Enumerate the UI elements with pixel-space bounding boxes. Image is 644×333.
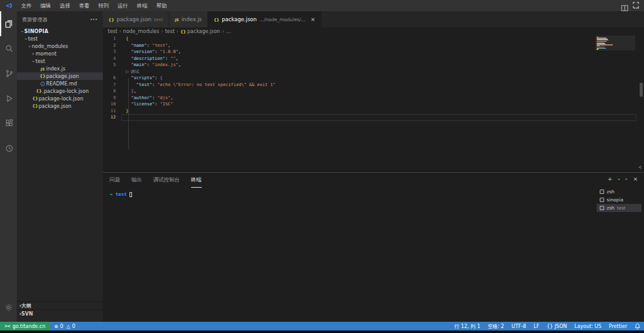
maximize-panel-icon[interactable]: ›	[623, 178, 629, 180]
split-editor-icon[interactable]	[621, 4, 628, 12]
tree-item-node-modules[interactable]: ›node_modules	[17, 42, 103, 50]
breadcrumb-item[interactable]: test	[108, 29, 117, 34]
breadcrumb-item[interactable]: test	[165, 29, 174, 34]
codelens-row[interactable]: ▷ 调试	[103, 69, 644, 75]
breadcrumb-item[interactable]: {}package.json	[180, 29, 220, 34]
tree-item-label: index.js	[46, 66, 65, 72]
menu-item-1[interactable]: 文件	[17, 0, 36, 11]
remote-indicator[interactable]: >< go.titande.cn	[0, 322, 50, 331]
status-item-3[interactable]: UTF-8	[511, 324, 526, 329]
status-item-7[interactable]: Prettier	[609, 324, 627, 329]
breadcrumb-separator: ›	[222, 29, 224, 34]
terminal-instance-zsh[interactable]: ›zsh	[597, 188, 642, 196]
sidebar-header: 资源管理器 ···	[17, 11, 103, 27]
code-line[interactable]: 11}	[103, 108, 644, 115]
tree-item-moment[interactable]: ›moment	[17, 50, 103, 57]
menu-item-4[interactable]: 查看	[75, 0, 94, 11]
menu-item-7[interactable]: 终端	[133, 0, 152, 11]
code-line[interactable]: 12	[103, 114, 644, 121]
tab-package-json-1[interactable]: {}package.jsontest	[103, 11, 169, 27]
code-line[interactable]: 9 "author": "djs",	[103, 95, 644, 102]
activity-item-remote-run[interactable]	[0, 136, 17, 161]
tree-item-index-js[interactable]: JSindex.js	[17, 65, 103, 72]
tree-item-test[interactable]: ›test	[17, 35, 103, 42]
token-key: "name"	[131, 43, 146, 48]
panel-tab-输出[interactable]: 输出	[131, 173, 142, 188]
status-item-1[interactable]: 行 12, 列 1	[455, 323, 480, 330]
file-tree: ›SINOPIA›test›node_modules›moment›testJS…	[17, 27, 103, 110]
chevron-left-icon[interactable]: <	[638, 165, 642, 171]
tree-item-sinopia[interactable]: ›SINOPIA	[17, 27, 103, 35]
status-item-2[interactable]: 空格: 2	[488, 323, 504, 330]
code-editor[interactable]: < 1{2 "name": "test",3 "version": "1.0.0…	[103, 36, 644, 172]
code-line[interactable]: 4 "description": "",	[103, 56, 644, 62]
code-line[interactable]: 8 },	[103, 88, 644, 95]
codelens-debug-link[interactable]: ▷ 调试	[121, 69, 644, 75]
tree-item-package-json[interactable]: {}package.json	[17, 102, 103, 110]
terminal-instance-zsh-test[interactable]: ›zshtest	[597, 204, 642, 212]
menu-item-2[interactable]: 编辑	[36, 0, 55, 11]
activity-item-extensions[interactable]	[0, 111, 17, 136]
activity-item-settings[interactable]	[0, 297, 17, 318]
remote-host: go.titande.cn	[12, 324, 45, 329]
section-大纲[interactable]: ›大纲	[17, 301, 103, 309]
tree-item-package-lock-json[interactable]: {}package-lock.json	[17, 95, 103, 102]
code-line[interactable]: 1{	[103, 36, 644, 42]
code-line[interactable]: 6 "scripts": {	[103, 75, 644, 82]
sidebar-bottom-sections: ›大纲›SVN	[17, 301, 103, 317]
activity-item-search[interactable]	[0, 36, 17, 61]
tree-item-test[interactable]: ›test	[17, 57, 103, 65]
code-line-content: "scripts": {	[121, 75, 644, 82]
more-actions-icon[interactable]: ···	[633, 6, 639, 11]
new-terminal-icon[interactable]: +	[608, 176, 613, 182]
terminal-instance-sinopia[interactable]: ›sinopia	[597, 196, 642, 204]
status-item-4[interactable]: LF	[534, 324, 539, 329]
sidebar-more-actions-icon[interactable]: ···	[90, 17, 98, 22]
terminal-profile-dropdown-icon[interactable]: ›	[616, 178, 622, 180]
code-line[interactable]: 5 "main": "index.js",	[103, 62, 644, 69]
code-line[interactable]: 2 "name": "test",	[103, 42, 644, 49]
status-item-6[interactable]: Layout: US	[574, 324, 601, 329]
terminal-prompt-line[interactable]: → test	[110, 191, 132, 197]
panel-tab-调试控制台[interactable]: 调试控制台	[153, 173, 180, 188]
tree-item-package-json[interactable]: {}package.json	[17, 72, 103, 80]
minimap[interactable]	[595, 36, 635, 172]
activity-item-run-debug[interactable]	[0, 86, 17, 111]
chevron-down-icon: ›	[23, 36, 29, 41]
breadcrumb-item[interactable]: …	[226, 29, 231, 34]
terminal-icon: ›	[600, 190, 604, 194]
tree-item-readme-md[interactable]: iREADME.md	[17, 80, 103, 87]
token-key: "version"	[131, 49, 154, 54]
code-line[interactable]: 7 "test": "echo \"Error: no test specifi…	[103, 82, 644, 89]
code-line[interactable]: 10 "license": "ISC"	[103, 101, 644, 108]
panel-tab-问题[interactable]: 问题	[110, 173, 120, 188]
tab-index-js-2[interactable]: JSindex.js	[169, 11, 208, 27]
line-number: 12	[103, 114, 121, 121]
activity-item-source-control[interactable]	[0, 61, 17, 86]
menu-item-8[interactable]: 帮助	[152, 0, 171, 11]
tab-close-icon[interactable]: ×	[311, 16, 316, 22]
line-number: 7	[103, 82, 121, 89]
menu-item-6[interactable]: 运行	[113, 0, 133, 11]
close-panel-icon[interactable]: ×	[633, 176, 638, 182]
token-str: "1.0.0"	[160, 49, 179, 54]
scrollbar-thumb[interactable]	[640, 83, 643, 97]
chevron-down-icon: ›	[19, 29, 25, 34]
code-line[interactable]: 3 "version": "1.0.0",	[103, 49, 644, 56]
status-item-5[interactable]: {} JSON	[547, 324, 567, 329]
menu-item-3[interactable]: 选择	[55, 0, 75, 11]
bell-icon[interactable]	[635, 323, 640, 329]
menu-item-5[interactable]: 转到	[94, 0, 113, 11]
activity-item-explorer[interactable]	[0, 11, 17, 36]
code-line-content: {	[121, 36, 644, 42]
tab-description: test	[154, 17, 163, 22]
section-svn[interactable]: ›SVN	[17, 309, 103, 317]
breadcrumb-item[interactable]: node_modules	[123, 29, 159, 34]
problems-indicator[interactable]: ⊗ 0 △ 0	[54, 324, 75, 329]
indent-guide	[128, 78, 129, 150]
json-file-icon: {}	[36, 89, 42, 94]
tree-item--package-lock-json[interactable]: {}.package-lock.json	[17, 87, 103, 95]
tab-package-json-3[interactable]: {}package.json…/node_modules/…×	[208, 11, 321, 27]
panel-tab-终端[interactable]: 终端	[191, 173, 202, 188]
token-lens: ▷ 调试	[126, 69, 140, 74]
